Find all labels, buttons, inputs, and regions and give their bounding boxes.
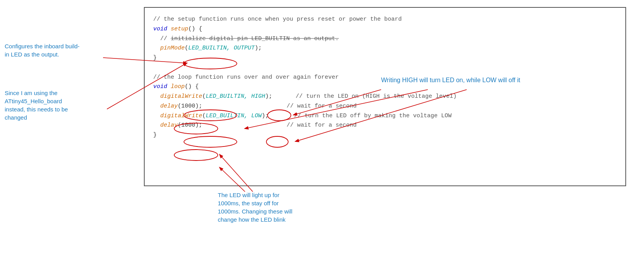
code-line-5: } — [153, 53, 617, 63]
code-box: // the setup function runs once when you… — [144, 7, 626, 186]
code-line-10: delay(1000);// wait for a second — [153, 102, 617, 111]
code-line-11: digitalWrite(LED_BUILTIN, LOW);// turn t… — [153, 111, 617, 121]
code-line-1: // the setup function runs once when you… — [153, 15, 617, 25]
annotation-led-blink: The LED will light up for1000ms, the sta… — [218, 191, 366, 224]
annotation-high-low: Writing HIGH will turn LED on, while LOW… — [381, 76, 568, 85]
page-container: // the setup function runs once when you… — [0, 0, 644, 254]
code-line-2: void setup() { — [153, 25, 617, 34]
code-line-9: digitalWrite(LED_BUILTIN, HIGH);// turn … — [153, 92, 617, 102]
annotation-attiny: Since I am using theATtiny45_Hello_board… — [5, 89, 110, 122]
code-line-3: // initialize digital pin LED_BUILTIN as… — [153, 34, 617, 44]
annotation-configure-led: Configures the inboard build-in LED as t… — [5, 42, 106, 58]
code-line-4: pinMode(LED_BUILTIN, OUTPUT); — [153, 44, 617, 53]
code-line-6 — [153, 63, 617, 73]
code-line-12: delay(1000);// wait for a second — [153, 121, 617, 131]
code-line-13: } — [153, 131, 617, 140]
